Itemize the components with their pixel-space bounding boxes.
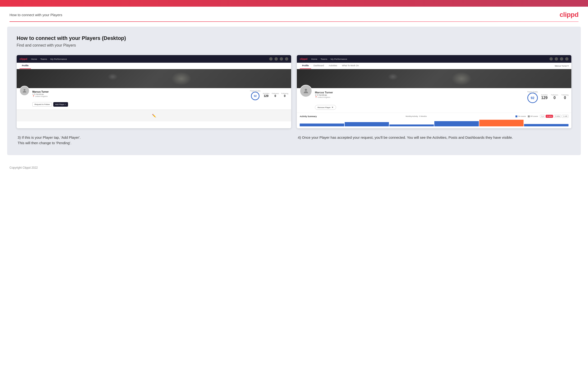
profile-handicap-1: 1-5 Handicap: [32, 93, 250, 95]
nav-performance-2[interactable]: My Performance: [331, 58, 347, 60]
tabs-row-2: Profile Dashboard Activities What To Wor…: [297, 63, 571, 69]
activity-chart: [300, 119, 569, 126]
remove-player-button[interactable]: Remove Player ✕: [315, 105, 336, 110]
main-subtitle: Find and connect with your Players: [17, 43, 571, 48]
follg-label-1: Following: [281, 93, 288, 94]
screenshots-row: clippd Home Teams My Performance Profile: [17, 55, 571, 128]
time-buttons: 1 yr 6 mths 3 mths 1 mth: [540, 115, 569, 118]
app-logo-2: clippd: [300, 58, 307, 60]
nav-home-1[interactable]: Home: [31, 58, 37, 60]
profile-text-2: Marcus Turner 1-5 Handicap 📍 United King…: [315, 91, 333, 98]
app-logo-1: clippd: [19, 58, 27, 60]
time-btn-1yr[interactable]: 1 yr: [540, 115, 545, 118]
tab-activities-2[interactable]: Activities: [326, 63, 340, 69]
descriptions-row: 3) If this is your Player tap, 'Add Play…: [17, 135, 571, 146]
top-bar: [0, 0, 588, 7]
off-course-dot: [528, 116, 530, 117]
screenshot-2: clippd Home Teams My Performance Profile: [297, 55, 571, 128]
description-3: 3) If this is your Player tap, 'Add Play…: [17, 135, 291, 146]
banner-overlay-1: [17, 69, 291, 88]
nav-teams-1[interactable]: Teams: [40, 58, 47, 60]
profile-name-2: Marcus Turner: [315, 91, 333, 94]
pq-circle-1: 92: [251, 92, 259, 100]
screenshot-bottom-1: ✏️: [17, 109, 291, 121]
legend-on-course: On course: [515, 116, 526, 117]
search-icon-2[interactable]: [549, 57, 553, 61]
avatar-1: [19, 86, 29, 96]
profile-avatar-row-1: Marcus Turner 1-5 Handicap 📍 United King…: [19, 90, 288, 107]
chart-bar-1: [300, 124, 344, 126]
activity-summary: Activity Summary Monthly Activity · 6 Mo…: [297, 113, 571, 128]
time-btn-1mth[interactable]: 1 mth: [562, 115, 569, 118]
nav-home-2[interactable]: Home: [311, 58, 317, 60]
tab-dashboard-2[interactable]: Dashboard: [311, 63, 326, 69]
copyright-text: Copyright Clippd 2022: [9, 166, 38, 169]
legend-off-course: Off course: [528, 116, 538, 117]
app-nav-links-1: Home Teams My Performance: [31, 58, 269, 60]
app-navbar-2: clippd Home Teams My Performance: [297, 55, 571, 63]
avatar-icon-2[interactable]: [565, 57, 569, 61]
chart-bar-4: [434, 121, 479, 126]
avatar-icon-1[interactable]: [285, 57, 288, 61]
profile-location-1: 📍 United Kingdom: [32, 95, 250, 97]
description-3-text: 3) If this is your Player tap, 'Add Play…: [17, 135, 290, 146]
footer: Copyright Clippd 2022: [0, 162, 588, 173]
description-4-text: 4) Once your Player has accepted your re…: [298, 135, 571, 140]
activity-legend: On course Off course: [515, 116, 538, 117]
profile-info-area-2: Marcus Turner 1-5 Handicap 📍 United King…: [297, 88, 571, 113]
location-pin-icon: 📍: [32, 95, 35, 97]
player-select-2[interactable]: Marcus Turner ▾: [555, 65, 569, 67]
foll-label-1: Followers: [272, 93, 279, 94]
search-icon-1[interactable]: [269, 57, 273, 61]
chart-bar-2: [345, 122, 389, 126]
pen-icon-1: ✏️: [152, 114, 156, 117]
app-nav-links-2: Home Teams My Performance: [311, 58, 549, 60]
add-player-button-1[interactable]: Add Player +: [53, 102, 68, 107]
act-val-1: 129: [263, 94, 269, 98]
time-btn-3mths[interactable]: 3 mths: [554, 115, 561, 118]
banner-overlay-2: [297, 69, 571, 88]
foll-val-1: 0: [272, 94, 279, 98]
activity-period: Monthly Activity · 6 Months: [406, 115, 427, 117]
activity-header: Activity Summary Monthly Activity · 6 Mo…: [300, 115, 569, 118]
activity-controls: On course Off course 1 yr 6 mths 3 mths: [515, 115, 569, 118]
page-header: How to connect with your Players clippd: [0, 7, 588, 21]
profile-actions-1: Request to Follow Add Player +: [32, 102, 288, 107]
nav-performance-1[interactable]: My Performance: [51, 58, 67, 60]
user-icon-1[interactable]: [275, 57, 278, 61]
app-nav-icons-1: [269, 57, 288, 61]
profile-actions-2: Remove Player ✕: [315, 105, 569, 110]
profile-name-1: Marcus Turner: [32, 91, 250, 93]
profile-banner-1: [17, 69, 291, 88]
profile-location-2: 📍 United Kingdom: [315, 96, 333, 98]
nav-teams-2[interactable]: Teams: [321, 58, 327, 60]
chart-bar-3: [389, 125, 434, 126]
avatar-icon-svg-2: [303, 88, 309, 94]
act-label-2: Activities: [541, 94, 548, 96]
remove-player-label: Remove Player: [318, 106, 331, 108]
chart-bar-5: [479, 120, 524, 126]
settings-icon-2[interactable]: [560, 57, 563, 61]
chart-bar-6: [524, 124, 569, 126]
page-header-title: How to connect with your Players: [9, 13, 62, 17]
follg-val-2: 0: [561, 96, 569, 100]
profile-info-area-1: Marcus Turner 1-5 Handicap 📍 United King…: [17, 88, 291, 109]
tab-what-to-work-2[interactable]: What To Work On: [340, 63, 361, 69]
description-4: 4) Once your Player has accepted your re…: [297, 135, 571, 146]
tab-profile-1[interactable]: Profile: [19, 63, 31, 69]
header-divider: [9, 21, 579, 22]
clippd-logo: clippd: [560, 11, 579, 18]
app-navbar-1: clippd Home Teams My Performance: [17, 55, 291, 63]
main-content: How to connect with your Players (Deskto…: [7, 27, 581, 155]
pq-circle-2: 92: [527, 93, 538, 103]
act-val-2: 129: [541, 96, 548, 100]
tab-profile-2[interactable]: Profile: [300, 63, 311, 69]
user-icon-2[interactable]: [555, 57, 558, 61]
time-btn-6mths[interactable]: 6 mths: [546, 115, 553, 118]
follow-button-1[interactable]: Request to Follow: [32, 102, 52, 107]
app-tabs-2: Profile Dashboard Activities What To Wor…: [300, 63, 361, 69]
main-title: How to connect with your Players (Deskto…: [17, 35, 571, 41]
svg-point-1: [305, 89, 307, 91]
on-course-dot: [515, 116, 517, 117]
settings-icon-1[interactable]: [280, 57, 283, 61]
